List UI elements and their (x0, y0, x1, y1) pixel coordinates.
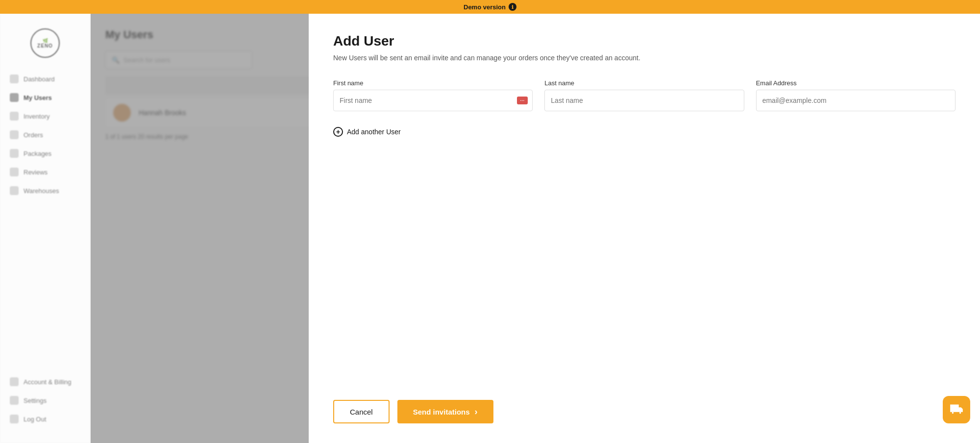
sidebar-item-my-users[interactable]: My Users (0, 88, 90, 107)
orders-icon (10, 130, 19, 139)
sidebar-item-warehouses[interactable]: Warehouses (0, 181, 90, 200)
settings-icon (10, 396, 19, 405)
demo-banner: Demo version ℹ (0, 0, 980, 14)
email-group: Email Address (756, 79, 956, 111)
account-billing-icon (10, 377, 19, 386)
first-name-label: First name (333, 79, 533, 87)
sidebar-item-settings[interactable]: Settings (0, 391, 90, 410)
demo-banner-text: Demo version (464, 3, 506, 11)
sidebar-nav: Dashboard My Users Inventory Orders Pack… (0, 70, 90, 372)
add-another-label: Add another User (347, 128, 401, 136)
cancel-button[interactable]: Cancel (333, 400, 390, 423)
last-name-label: Last name (544, 79, 744, 87)
my-users-icon (10, 93, 19, 102)
sidebar-item-reviews[interactable]: Reviews (0, 163, 90, 181)
modal-title: Add User (333, 33, 956, 49)
first-name-input-wrapper (333, 90, 533, 111)
last-name-input[interactable] (544, 90, 744, 111)
first-name-error-icon (517, 97, 528, 104)
chat-button[interactable] (943, 396, 970, 423)
first-name-input[interactable] (333, 90, 533, 111)
dashboard-icon (10, 74, 19, 83)
reviews-icon (10, 168, 19, 176)
first-name-group: First name (333, 79, 533, 111)
sidebar-item-account-billing[interactable]: Account & Billing (0, 372, 90, 391)
send-invitations-button[interactable]: Send invitations › (397, 400, 493, 423)
sidebar-logo: 🌿 ZENO (0, 24, 90, 70)
packages-icon (10, 149, 19, 158)
inventory-icon (10, 112, 19, 121)
plus-icon: + (333, 127, 343, 137)
modal-subtitle: New Users will be sent an email invite a… (333, 54, 956, 62)
info-icon[interactable]: ℹ (509, 3, 516, 11)
sidebar-item-log-out[interactable]: Log Out (0, 410, 90, 428)
modal-footer: Cancel Send invitations › (333, 390, 956, 423)
email-label: Email Address (756, 79, 956, 87)
email-input[interactable] (756, 90, 956, 111)
send-invitations-label: Send invitations (413, 408, 470, 416)
sidebar-item-orders[interactable]: Orders (0, 125, 90, 144)
sidebar-bottom: Account & Billing Settings Log Out (0, 372, 90, 433)
truck-icon (950, 403, 963, 417)
sidebar-item-packages[interactable]: Packages (0, 144, 90, 163)
modal-panel: Add User New Users will be sent an email… (309, 14, 980, 443)
chevron-right-icon: › (475, 407, 478, 417)
sidebar-item-dashboard[interactable]: Dashboard (0, 70, 90, 88)
add-another-user-button[interactable]: + Add another User (333, 127, 956, 137)
form-row: First name Last name Email Address (333, 79, 956, 111)
logo: 🌿 ZENO (30, 28, 60, 58)
sidebar: 🌿 ZENO Dashboard My Users Inventory Orde… (0, 14, 91, 443)
main-content: My Users 🔍 Search for users Hannah Brook… (91, 14, 980, 443)
sidebar-item-inventory[interactable]: Inventory (0, 107, 90, 125)
log-out-icon (10, 415, 19, 423)
modal-spacer (333, 137, 956, 390)
last-name-group: Last name (544, 79, 744, 111)
warehouses-icon (10, 186, 19, 195)
